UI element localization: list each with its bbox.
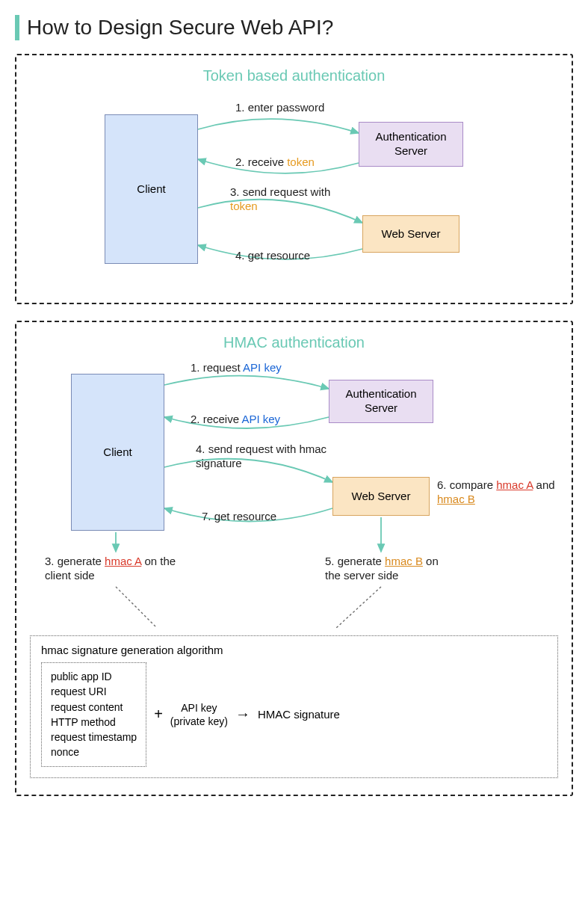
algo-row: public app ID request URI request conten… — [41, 662, 547, 767]
step-h2: 2. receive API key — [191, 413, 280, 427]
algo-in-5: request timestamp — [51, 730, 137, 745]
label-auth-server: Authentication Server — [359, 130, 462, 158]
step-h5: 5. generate hmac B on the server side — [325, 555, 456, 583]
page-title-row: How to Design Secure Web API? — [15, 15, 573, 40]
algo-in-6: nonce — [51, 745, 137, 759]
algo-output: HMAC signature — [258, 708, 340, 721]
step-2: 2. receive token — [235, 155, 315, 170]
box-client-hmac: Client — [71, 374, 164, 531]
title-accent-bar — [15, 15, 19, 40]
algo-in-1: public app ID — [51, 669, 137, 684]
label-web-server: Web Server — [382, 227, 441, 241]
label-auth-server-hmac: Authentication Server — [329, 387, 433, 416]
diagram-hmac: Client Authentication Server Web Server … — [30, 359, 558, 613]
box-web-server-hmac: Web Server — [332, 477, 430, 516]
algo-in-3: request content — [51, 700, 137, 715]
panel-token-auth: Token based authentication Client Authen… — [15, 54, 573, 304]
label-client: Client — [137, 182, 165, 197]
label-web-server-hmac: Web Server — [352, 490, 411, 504]
step-h7: 7. get resource — [202, 510, 276, 524]
algo-in-2: request URI — [51, 684, 137, 699]
diagram-token: Client Authentication Server Web Server … — [30, 92, 558, 286]
algo-key: API key (private key) — [170, 701, 228, 728]
step-h6: 6. compare hmac A and hmac B — [437, 478, 560, 507]
box-auth-server-hmac: Authentication Server — [329, 380, 433, 423]
algo-box: hmac signature generation algorithm publ… — [30, 635, 558, 778]
step-h4: 4. send request with hmac signature — [196, 443, 334, 471]
algo-inputs: public app ID request URI request conten… — [41, 662, 146, 767]
algo-plus: + — [154, 706, 163, 723]
algo-title: hmac signature generation algorithm — [41, 644, 547, 656]
label-client-hmac: Client — [103, 446, 131, 460]
step-3: 3. send request with token — [230, 185, 357, 214]
step-1: 1. enter password — [235, 101, 324, 115]
step-4: 4. get resource — [235, 249, 310, 263]
step-h1: 1. request API key — [191, 361, 282, 375]
page-title: How to Design Secure Web API? — [27, 16, 333, 40]
panel-title-token: Token based authentication — [30, 67, 558, 84]
box-client: Client — [105, 114, 198, 264]
panel-hmac-auth: HMAC authentication Client — [15, 321, 573, 796]
box-auth-server: Authentication Server — [359, 122, 463, 167]
arrow-icon: → — [235, 706, 250, 723]
algo-in-4: HTTP method — [51, 715, 137, 730]
panel-title-hmac: HMAC authentication — [30, 334, 558, 351]
box-web-server: Web Server — [362, 215, 459, 253]
step-h3: 3. generate hmac A on the client side — [45, 555, 191, 583]
